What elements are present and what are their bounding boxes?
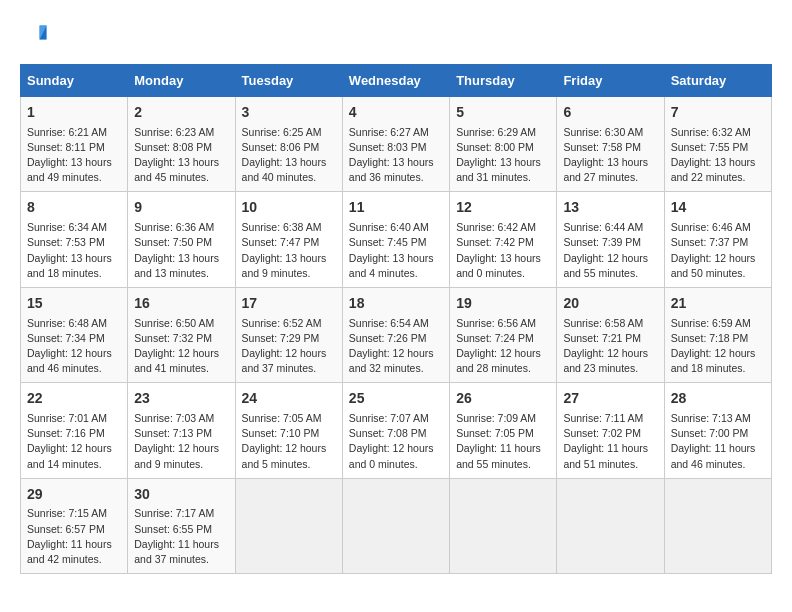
day-number: 17 xyxy=(242,294,336,314)
calendar-day-cell: 11Sunrise: 6:40 AM Sunset: 7:45 PM Dayli… xyxy=(342,192,449,287)
calendar-week-row: 1Sunrise: 6:21 AM Sunset: 8:11 PM Daylig… xyxy=(21,97,772,192)
calendar-day-cell: 1Sunrise: 6:21 AM Sunset: 8:11 PM Daylig… xyxy=(21,97,128,192)
day-info: Sunrise: 6:40 AM Sunset: 7:45 PM Dayligh… xyxy=(349,220,443,281)
day-number: 18 xyxy=(349,294,443,314)
calendar-day-cell: 8Sunrise: 6:34 AM Sunset: 7:53 PM Daylig… xyxy=(21,192,128,287)
day-info: Sunrise: 6:58 AM Sunset: 7:21 PM Dayligh… xyxy=(563,316,657,377)
calendar-day-cell: 28Sunrise: 7:13 AM Sunset: 7:00 PM Dayli… xyxy=(664,383,771,478)
calendar-week-row: 29Sunrise: 7:15 AM Sunset: 6:57 PM Dayli… xyxy=(21,478,772,573)
day-info: Sunrise: 7:05 AM Sunset: 7:10 PM Dayligh… xyxy=(242,411,336,472)
calendar-day-cell: 18Sunrise: 6:54 AM Sunset: 7:26 PM Dayli… xyxy=(342,287,449,382)
calendar-day-cell: 25Sunrise: 7:07 AM Sunset: 7:08 PM Dayli… xyxy=(342,383,449,478)
day-info: Sunrise: 6:44 AM Sunset: 7:39 PM Dayligh… xyxy=(563,220,657,281)
day-info: Sunrise: 7:09 AM Sunset: 7:05 PM Dayligh… xyxy=(456,411,550,472)
day-info: Sunrise: 6:56 AM Sunset: 7:24 PM Dayligh… xyxy=(456,316,550,377)
calendar-day-cell: 4Sunrise: 6:27 AM Sunset: 8:03 PM Daylig… xyxy=(342,97,449,192)
calendar-day-cell xyxy=(664,478,771,573)
day-info: Sunrise: 7:11 AM Sunset: 7:02 PM Dayligh… xyxy=(563,411,657,472)
day-info: Sunrise: 6:34 AM Sunset: 7:53 PM Dayligh… xyxy=(27,220,121,281)
day-info: Sunrise: 6:27 AM Sunset: 8:03 PM Dayligh… xyxy=(349,125,443,186)
calendar-day-cell: 22Sunrise: 7:01 AM Sunset: 7:16 PM Dayli… xyxy=(21,383,128,478)
day-number: 28 xyxy=(671,389,765,409)
calendar-day-cell: 12Sunrise: 6:42 AM Sunset: 7:42 PM Dayli… xyxy=(450,192,557,287)
calendar-day-cell: 3Sunrise: 6:25 AM Sunset: 8:06 PM Daylig… xyxy=(235,97,342,192)
calendar-day-cell: 14Sunrise: 6:46 AM Sunset: 7:37 PM Dayli… xyxy=(664,192,771,287)
day-info: Sunrise: 6:30 AM Sunset: 7:58 PM Dayligh… xyxy=(563,125,657,186)
day-number: 19 xyxy=(456,294,550,314)
calendar-day-cell: 5Sunrise: 6:29 AM Sunset: 8:00 PM Daylig… xyxy=(450,97,557,192)
calendar-week-row: 22Sunrise: 7:01 AM Sunset: 7:16 PM Dayli… xyxy=(21,383,772,478)
calendar-day-cell: 2Sunrise: 6:23 AM Sunset: 8:08 PM Daylig… xyxy=(128,97,235,192)
calendar-day-cell: 21Sunrise: 6:59 AM Sunset: 7:18 PM Dayli… xyxy=(664,287,771,382)
day-number: 2 xyxy=(134,103,228,123)
calendar-day-cell xyxy=(450,478,557,573)
calendar-day-cell: 10Sunrise: 6:38 AM Sunset: 7:47 PM Dayli… xyxy=(235,192,342,287)
calendar-day-cell: 20Sunrise: 6:58 AM Sunset: 7:21 PM Dayli… xyxy=(557,287,664,382)
day-header-wednesday: Wednesday xyxy=(342,65,449,97)
calendar-day-cell: 17Sunrise: 6:52 AM Sunset: 7:29 PM Dayli… xyxy=(235,287,342,382)
day-info: Sunrise: 6:25 AM Sunset: 8:06 PM Dayligh… xyxy=(242,125,336,186)
calendar-table: SundayMondayTuesdayWednesdayThursdayFrid… xyxy=(20,64,772,574)
calendar-header-row: SundayMondayTuesdayWednesdayThursdayFrid… xyxy=(21,65,772,97)
day-info: Sunrise: 7:03 AM Sunset: 7:13 PM Dayligh… xyxy=(134,411,228,472)
day-number: 6 xyxy=(563,103,657,123)
day-info: Sunrise: 6:36 AM Sunset: 7:50 PM Dayligh… xyxy=(134,220,228,281)
calendar-week-row: 8Sunrise: 6:34 AM Sunset: 7:53 PM Daylig… xyxy=(21,192,772,287)
calendar-day-cell: 29Sunrise: 7:15 AM Sunset: 6:57 PM Dayli… xyxy=(21,478,128,573)
calendar-day-cell: 9Sunrise: 6:36 AM Sunset: 7:50 PM Daylig… xyxy=(128,192,235,287)
day-number: 4 xyxy=(349,103,443,123)
day-number: 7 xyxy=(671,103,765,123)
day-header-sunday: Sunday xyxy=(21,65,128,97)
day-number: 14 xyxy=(671,198,765,218)
day-info: Sunrise: 7:07 AM Sunset: 7:08 PM Dayligh… xyxy=(349,411,443,472)
calendar-day-cell: 24Sunrise: 7:05 AM Sunset: 7:10 PM Dayli… xyxy=(235,383,342,478)
calendar-day-cell: 7Sunrise: 6:32 AM Sunset: 7:55 PM Daylig… xyxy=(664,97,771,192)
day-number: 5 xyxy=(456,103,550,123)
calendar-day-cell: 27Sunrise: 7:11 AM Sunset: 7:02 PM Dayli… xyxy=(557,383,664,478)
day-number: 20 xyxy=(563,294,657,314)
day-info: Sunrise: 7:15 AM Sunset: 6:57 PM Dayligh… xyxy=(27,506,121,567)
day-header-friday: Friday xyxy=(557,65,664,97)
day-header-saturday: Saturday xyxy=(664,65,771,97)
calendar-day-cell xyxy=(342,478,449,573)
calendar-day-cell: 26Sunrise: 7:09 AM Sunset: 7:05 PM Dayli… xyxy=(450,383,557,478)
calendar-day-cell: 6Sunrise: 6:30 AM Sunset: 7:58 PM Daylig… xyxy=(557,97,664,192)
calendar-day-cell xyxy=(557,478,664,573)
day-info: Sunrise: 6:54 AM Sunset: 7:26 PM Dayligh… xyxy=(349,316,443,377)
day-number: 16 xyxy=(134,294,228,314)
calendar-day-cell xyxy=(235,478,342,573)
day-header-thursday: Thursday xyxy=(450,65,557,97)
day-number: 3 xyxy=(242,103,336,123)
day-info: Sunrise: 6:46 AM Sunset: 7:37 PM Dayligh… xyxy=(671,220,765,281)
calendar-day-cell: 30Sunrise: 7:17 AM Sunset: 6:55 PM Dayli… xyxy=(128,478,235,573)
logo xyxy=(20,20,52,48)
day-number: 9 xyxy=(134,198,228,218)
page-header xyxy=(20,20,772,48)
day-info: Sunrise: 7:17 AM Sunset: 6:55 PM Dayligh… xyxy=(134,506,228,567)
day-info: Sunrise: 6:52 AM Sunset: 7:29 PM Dayligh… xyxy=(242,316,336,377)
day-number: 8 xyxy=(27,198,121,218)
calendar-week-row: 15Sunrise: 6:48 AM Sunset: 7:34 PM Dayli… xyxy=(21,287,772,382)
day-number: 10 xyxy=(242,198,336,218)
day-number: 27 xyxy=(563,389,657,409)
day-info: Sunrise: 6:59 AM Sunset: 7:18 PM Dayligh… xyxy=(671,316,765,377)
calendar-day-cell: 16Sunrise: 6:50 AM Sunset: 7:32 PM Dayli… xyxy=(128,287,235,382)
day-info: Sunrise: 6:21 AM Sunset: 8:11 PM Dayligh… xyxy=(27,125,121,186)
day-info: Sunrise: 6:32 AM Sunset: 7:55 PM Dayligh… xyxy=(671,125,765,186)
day-header-monday: Monday xyxy=(128,65,235,97)
logo-icon xyxy=(20,20,48,48)
day-number: 24 xyxy=(242,389,336,409)
day-number: 22 xyxy=(27,389,121,409)
day-info: Sunrise: 6:38 AM Sunset: 7:47 PM Dayligh… xyxy=(242,220,336,281)
calendar-day-cell: 13Sunrise: 6:44 AM Sunset: 7:39 PM Dayli… xyxy=(557,192,664,287)
day-number: 25 xyxy=(349,389,443,409)
day-info: Sunrise: 6:23 AM Sunset: 8:08 PM Dayligh… xyxy=(134,125,228,186)
calendar-day-cell: 19Sunrise: 6:56 AM Sunset: 7:24 PM Dayli… xyxy=(450,287,557,382)
day-number: 1 xyxy=(27,103,121,123)
day-number: 13 xyxy=(563,198,657,218)
day-info: Sunrise: 6:29 AM Sunset: 8:00 PM Dayligh… xyxy=(456,125,550,186)
day-info: Sunrise: 6:42 AM Sunset: 7:42 PM Dayligh… xyxy=(456,220,550,281)
day-header-tuesday: Tuesday xyxy=(235,65,342,97)
day-number: 12 xyxy=(456,198,550,218)
day-number: 21 xyxy=(671,294,765,314)
